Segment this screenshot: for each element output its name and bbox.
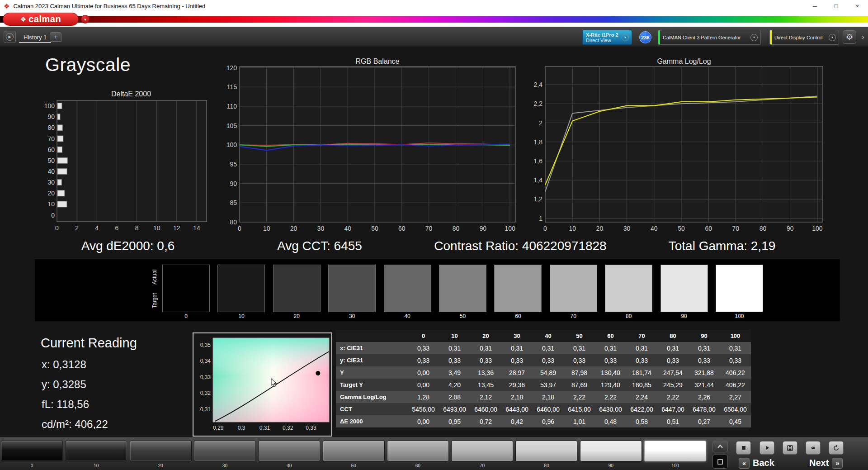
refresh-icon [833, 445, 840, 451]
refresh-button[interactable] [829, 441, 844, 455]
table-value-cell: 0,95 [439, 415, 470, 427]
svg-text:0: 0 [55, 224, 59, 232]
svg-text:2,2: 2,2 [534, 100, 543, 107]
current-reading-cdm2: cd/m²: 406,22 [42, 418, 108, 431]
patch-button-40[interactable] [258, 441, 320, 461]
table-value-cell: 0,00 [408, 366, 439, 379]
panel-toggle-button[interactable]: ▶ [4, 31, 16, 43]
swatch-cell-90: 90 [660, 265, 708, 319]
table-value-cell: 2,27 [720, 391, 751, 403]
patch-button-30[interactable] [194, 441, 256, 461]
table-value-cell: 13,36 [470, 366, 501, 379]
results-table: 0102030405060708090100x: CIE310,330,310,… [336, 330, 751, 427]
logo-menu-button[interactable]: ▾ [81, 15, 90, 24]
table-header-cell: 30 [501, 330, 533, 342]
table-header-cell: 60 [595, 330, 626, 342]
row-label-y-cie31: y: CIE31 [336, 354, 408, 366]
svg-text:90: 90 [479, 225, 486, 232]
patch-button-0[interactable] [1, 441, 63, 461]
minimize-button[interactable]: ─ [804, 0, 826, 12]
calman-logo-button[interactable]: ❖ calman [3, 13, 79, 26]
back-button[interactable]: « Back [739, 457, 774, 469]
patch-button-10[interactable] [65, 441, 127, 461]
table-header-cell: 0 [408, 330, 439, 342]
table-value-cell: 0,31 [439, 342, 470, 354]
svg-text:0: 0 [238, 225, 241, 232]
gamma-line-chart: 010203040506070809010011,21,41,61,822,22… [525, 62, 829, 235]
svg-text:50: 50 [678, 225, 685, 232]
svg-text:0,31: 0,31 [200, 406, 211, 413]
table-value-cell: 321,88 [689, 366, 720, 379]
table-header-cell: 70 [626, 330, 657, 342]
page-title: Grayscale [45, 54, 131, 76]
svg-text:0,35: 0,35 [200, 342, 211, 348]
table-row: ΔE 20000,000,950,720,420,961,010,480,580… [336, 415, 751, 427]
swatch-level-label: 80 [605, 313, 652, 319]
table-value-cell: 28,97 [501, 366, 533, 379]
svg-text:100: 100 [812, 225, 823, 232]
table-value-cell: 129,40 [595, 379, 626, 391]
display-control-dropdown[interactable]: Direct Display Control ▾ [769, 30, 839, 45]
row-label--e-2000: ΔE 2000 [336, 415, 408, 427]
patch-label-10: 10 [65, 463, 127, 468]
swatch-level-label: 0 [162, 313, 210, 319]
green-status-stripe [658, 30, 660, 44]
svg-text:0: 0 [543, 225, 547, 232]
table-header-cell: 80 [657, 330, 689, 342]
swatch-cell-30: 30 [328, 265, 376, 319]
stat-avg-de2000: Avg dE2000: 0,6 [81, 239, 175, 253]
patch-button-20[interactable] [130, 441, 192, 461]
link-button[interactable] [806, 441, 821, 455]
chevron-down-icon: ▾ [750, 34, 758, 41]
grayscale-swatch-100 [716, 265, 763, 312]
table-row: y: CIE310,330,330,330,330,330,330,330,33… [336, 354, 751, 366]
maximize-button[interactable]: □ [826, 0, 847, 12]
table-value-cell: 0,31 [720, 342, 751, 354]
grayscale-swatch-30 [328, 265, 376, 312]
svg-text:12: 12 [173, 224, 180, 232]
patch-button-50[interactable] [323, 441, 385, 461]
save-button[interactable] [783, 441, 797, 455]
svg-text:40: 40 [47, 168, 55, 175]
table-value-cell: 29,36 [501, 379, 533, 391]
patch-label-90: 90 [580, 463, 642, 468]
stop-button[interactable] [736, 441, 751, 455]
grayscale-swatch-50 [439, 265, 486, 312]
patch-button-90[interactable] [580, 441, 642, 461]
swatch-cell-60: 60 [494, 265, 542, 319]
swatch-cell-70: 70 [550, 265, 597, 319]
play-button[interactable] [760, 441, 774, 455]
table-value-cell: 245,29 [657, 379, 689, 391]
svg-text:30: 30 [623, 225, 631, 232]
patch-button-60[interactable] [387, 441, 449, 461]
patch-button-100[interactable] [644, 441, 706, 461]
table-value-cell: 0,31 [626, 342, 657, 354]
svg-text:100: 100 [226, 141, 237, 148]
svg-text:10: 10 [569, 225, 576, 232]
svg-text:95: 95 [230, 161, 237, 168]
swatch-cell-100: 100 [716, 265, 763, 319]
swatch-cell-50: 50 [439, 265, 486, 319]
table-value-cell: 0,31 [501, 342, 533, 354]
calman-logo-text: calman [28, 14, 61, 24]
close-button[interactable]: × [847, 0, 868, 12]
toolbar-more-button[interactable]: › [859, 30, 867, 44]
expand-panel-button[interactable] [712, 441, 728, 452]
rainbow-gradient [0, 16, 868, 23]
pattern-generator-dropdown[interactable]: CalMAN Client 3 Pattern Generator ▾ [658, 30, 761, 45]
table-value-cell: 6430,00 [595, 403, 626, 415]
meter-dropdown[interactable]: X-Rite i1Pro 2 Direct View ▾ [582, 30, 632, 45]
pattern-window-button[interactable] [712, 455, 728, 469]
add-tab-button[interactable]: + [50, 32, 61, 42]
patch-button-80[interactable] [515, 441, 577, 461]
tab-history-1[interactable]: History 1 [19, 32, 51, 43]
title-bar: ❖ Calman 2023 Calman Ultimate for Busine… [0, 0, 868, 12]
svg-text:14: 14 [193, 224, 200, 232]
settings-button[interactable]: ⚙ [843, 30, 856, 44]
table-value-cell: 4,20 [439, 379, 470, 391]
patch-button-70[interactable] [451, 441, 513, 461]
table-value-cell: 0,33 [439, 354, 470, 366]
svg-text:10: 10 [47, 200, 55, 208]
brand-row: ❖ calman ▾ [0, 12, 868, 27]
next-button[interactable]: Next » [809, 457, 843, 469]
